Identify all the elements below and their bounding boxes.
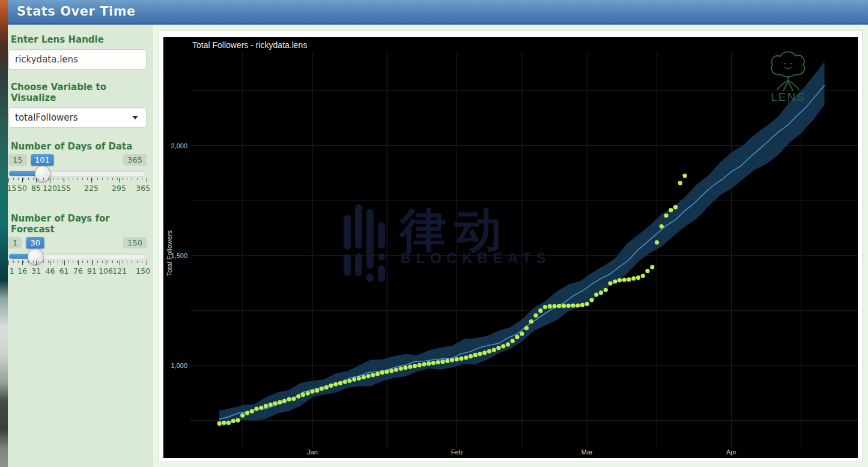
y-tick-label: 1,000	[171, 362, 187, 369]
slider-max-badge: 365	[123, 154, 147, 166]
slider-track[interactable]	[8, 253, 147, 259]
slider-track[interactable]	[8, 170, 147, 176]
followers-chart[interactable]: 律动BLOCKBEATSTotal Followers - rickydata.…	[163, 37, 858, 458]
variable-selected-value: totalFollowers	[15, 112, 78, 123]
plot-background	[163, 37, 858, 458]
x-tick-label: Feb	[451, 448, 463, 456]
slider-ticks	[8, 261, 147, 266]
forecast-slider[interactable]: 1 30 150 1163146617691106121150	[8, 237, 147, 284]
y-tick-label: 1,500	[171, 252, 187, 259]
slider-ticks	[8, 178, 147, 183]
days-slider-label: Number of Days of Data	[11, 141, 147, 152]
background-image-strip	[0, 0, 8, 467]
variable-group: Choose Variable to Visualize totalFollow…	[8, 82, 147, 128]
forecast-slider-label: Number of Days for Forecast	[11, 213, 147, 235]
slider-value-badge: 101	[31, 154, 54, 166]
variable-label: Choose Variable to Visualize	[11, 82, 147, 103]
variable-select[interactable]: totalFollowers	[8, 107, 147, 128]
slider-min-badge: 1	[8, 237, 22, 249]
lens-logo-text: LENS	[771, 91, 806, 103]
slider-min-badge: 15	[8, 154, 27, 166]
lens-handle-input[interactable]	[8, 49, 147, 70]
watermark-latin: BLOCKBEATS	[401, 250, 551, 266]
chevron-down-icon	[132, 116, 138, 119]
slider-tick-labels: 155085120155225295365	[8, 184, 147, 193]
x-tick-label: Apr	[726, 448, 736, 456]
app-title: Stats Over Time	[8, 0, 136, 19]
x-tick-label: Jan	[307, 448, 318, 456]
x-tick-label: Mar	[581, 448, 593, 456]
forecast-slider-group: Number of Days for Forecast 1 30 150 116…	[8, 213, 147, 284]
days-slider-group: Number of Days of Data 15 101 365 155085…	[8, 141, 147, 201]
sidebar: Enter Lens Handle Choose Variable to Vis…	[8, 25, 153, 467]
watermark-cjk: 律动	[398, 203, 510, 256]
slider-max-badge: 150	[123, 237, 147, 249]
y-tick-label: 2,000	[171, 142, 187, 149]
chart-title: Total Followers - rickydata.lens	[192, 40, 307, 50]
app-header: Stats Over Time	[8, 0, 868, 25]
slider-tick-labels: 1163146617691106121150	[8, 267, 147, 276]
lens-handle-label: Enter Lens Handle	[11, 34, 147, 45]
days-slider[interactable]: 15 101 365 155085120155225295365	[8, 154, 147, 201]
slider-value-badge: 30	[26, 237, 44, 249]
lens-handle-group: Enter Lens Handle	[8, 34, 147, 70]
